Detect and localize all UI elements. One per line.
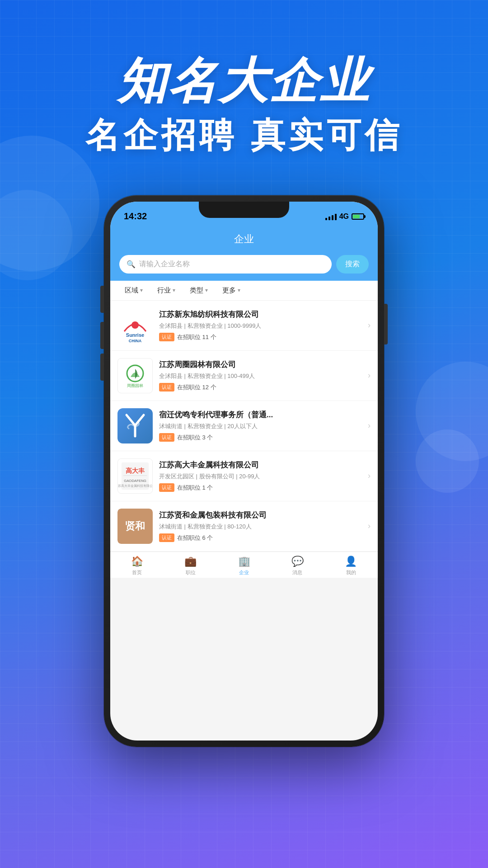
signal-icon [325,213,337,220]
jobs-count: 在招职位 11 个 [177,333,216,341]
list-item[interactable]: 周圈园林 江苏周圈园林有限公司 全沭阳县 | 私营独资企业 | 100-499人… [110,351,378,401]
status-time: 14:32 [124,211,147,222]
company-name: 江苏周圈园林有限公司 [159,359,361,370]
search-input-wrapper[interactable]: 🔍 请输入企业名称 [119,255,332,274]
app-title: 企业 [234,233,254,245]
company-name: 江苏高大丰金属科技有限公司 [159,460,361,470]
company-info: 江苏周圈园林有限公司 全沭阳县 | 私营独资企业 | 100-499人 认证 在… [159,359,361,392]
jobs-count: 在招职位 6 个 [177,534,213,542]
chevron-down-icon: ▾ [173,287,175,293]
nav-messages[interactable]: 💬 消息 [271,556,324,576]
company-tags: 认证 在招职位 11 个 [159,333,361,341]
company-tags: 认证 在招职位 6 个 [159,533,361,542]
nav-jobs[interactable]: 💼 职位 [164,556,217,576]
filter-area[interactable]: 区域 ▾ [117,286,150,295]
company-tags: 认证 在招职位 3 个 [159,433,361,442]
chevron-down-icon: ▾ [238,287,240,293]
list-item[interactable]: 宿迁优鸣专利代理事务所（普通... 沭城街道 | 私营独资企业 | 20人以下人… [110,401,378,451]
search-placeholder: 请输入企业名称 [139,259,190,269]
company-logo [117,408,153,443]
bottom-nav: 🏠 首页 💼 职位 🏢 企业 💬 消息 👤 我的 [110,552,378,578]
header-subtitle: 名企招聘 真实可信 [0,113,488,159]
company-meta: 全沭阳县 | 私营独资企业 | 1000-9999人 [159,322,361,330]
phone-notch [199,202,289,218]
filter-type-label: 类型 [190,286,203,295]
jobs-count: 在招职位 12 个 [177,383,216,392]
list-item[interactable]: Sunrise CHINA 江苏新东旭纺织科技有限公司 全沭阳县 | 私营独资企… [110,301,378,351]
search-section: 🔍 请输入企业名称 搜索 [110,255,378,281]
company-meta: 开发区北园区 | 股份有限公司 | 20-99人 [159,472,361,481]
phone-outer: 14:32 4G 企业 🔍 [104,195,384,747]
company-name: 江苏贤和金属包装科技有限公司 [159,510,361,520]
company-icon: 🏢 [238,556,250,567]
company-info: 江苏贤和金属包装科技有限公司 沭城街道 | 私营独资企业 | 80-120人 认… [159,510,361,542]
company-tags: 认证 在招职位 1 个 [159,483,361,492]
list-item[interactable]: 贤和 江苏贤和金属包装科技有限公司 沭城街道 | 私营独资企业 | 80-120… [110,501,378,552]
chevron-down-icon: ▾ [205,287,208,293]
nav-profile[interactable]: 👤 我的 [324,556,378,576]
filter-area-label: 区域 [125,286,138,295]
xh-logo: 贤和 [117,509,153,544]
company-meta: 全沭阳县 | 私营独资企业 | 100-499人 [159,372,361,380]
company-tags: 认证 在招职位 12 个 [159,383,361,392]
auth-badge: 认证 [159,333,174,341]
company-logo: 贤和 [117,509,153,544]
phone-mockup: 14:32 4G 企业 🔍 [0,195,488,747]
search-button[interactable]: 搜索 [336,255,369,274]
auth-badge: 认证 [159,533,174,542]
company-list: Sunrise CHINA 江苏新东旭纺织科技有限公司 全沭阳县 | 私营独资企… [110,301,378,552]
nav-profile-label: 我的 [346,569,356,576]
svg-text:CHINA: CHINA [129,339,142,343]
search-bar: 🔍 请输入企业名称 搜索 [119,255,369,274]
company-info: 江苏新东旭纺织科技有限公司 全沭阳县 | 私营独资企业 | 1000-9999人… [159,309,361,341]
header-title: 知名大企业 [0,54,488,108]
status-icons: 4G [325,212,364,221]
profile-icon: 👤 [345,556,357,567]
battery-fill [353,215,360,218]
list-item[interactable]: 高大丰 GAODAFENG 江苏高大丰金属科技有限公司 江苏高大丰金属科技有限公… [110,451,378,501]
company-logo: Sunrise CHINA [117,308,153,343]
company-meta: 沭城街道 | 私营独资企业 | 80-120人 [159,523,361,531]
svg-text:周圈园林: 周圈园林 [127,383,143,388]
nav-home[interactable]: 🏠 首页 [110,556,164,576]
chevron-right-icon: › [368,421,371,430]
filter-bar: 区域 ▾ 行业 ▾ 类型 ▾ 更多 ▾ [110,281,378,301]
jobs-count: 在招职位 1 个 [177,484,213,492]
nav-company[interactable]: 🏢 企业 [217,556,271,576]
company-name: 江苏新东旭纺织科技有限公司 [159,309,361,320]
chevron-right-icon: › [368,371,371,380]
company-logo: 高大丰 GAODAFENG 江苏高大丰金属科技有限公司 [117,458,153,494]
app-header: 企业 [110,225,378,255]
svg-text:Sunrise: Sunrise [126,332,144,338]
messages-icon: 💬 [291,556,304,567]
chevron-right-icon: › [368,321,371,330]
chevron-right-icon: › [368,471,371,481]
svg-point-1 [131,321,139,329]
chevron-right-icon: › [368,521,371,531]
auth-badge: 认证 [159,383,174,392]
svg-text:高大丰: 高大丰 [126,467,145,474]
company-info: 宿迁优鸣专利代理事务所（普通... 沭城街道 | 私营独资企业 | 20人以下人… [159,410,361,442]
nav-company-label: 企业 [239,569,249,576]
chevron-down-icon: ▾ [140,287,143,293]
filter-type[interactable]: 类型 ▾ [183,286,215,295]
nav-messages-label: 消息 [292,569,302,576]
jobs-icon: 💼 [184,556,197,567]
header-section: 知名大企业 名企招聘 真实可信 [0,0,488,159]
nav-home-label: 首页 [132,569,142,576]
svg-text:江苏高大丰金属科技有限公司: 江苏高大丰金属科技有限公司 [117,484,153,487]
battery-icon [352,213,364,220]
jobs-count: 在招职位 3 个 [177,434,213,442]
network-type: 4G [339,212,349,221]
filter-more[interactable]: 更多 ▾ [215,286,248,295]
filter-more-label: 更多 [222,286,236,295]
search-icon: 🔍 [127,260,136,269]
svg-text:GAODAFENG: GAODAFENG [124,478,146,482]
company-name: 宿迁优鸣专利代理事务所（普通... [159,410,361,420]
auth-badge: 认证 [159,483,174,492]
filter-industry[interactable]: 行业 ▾ [150,286,183,295]
company-meta: 沭城街道 | 私营独资企业 | 20人以下人 [159,422,361,430]
phone-inner: 14:32 4G 企业 🔍 [110,202,378,741]
company-info: 江苏高大丰金属科技有限公司 开发区北园区 | 股份有限公司 | 20-99人 认… [159,460,361,492]
auth-badge: 认证 [159,433,174,442]
